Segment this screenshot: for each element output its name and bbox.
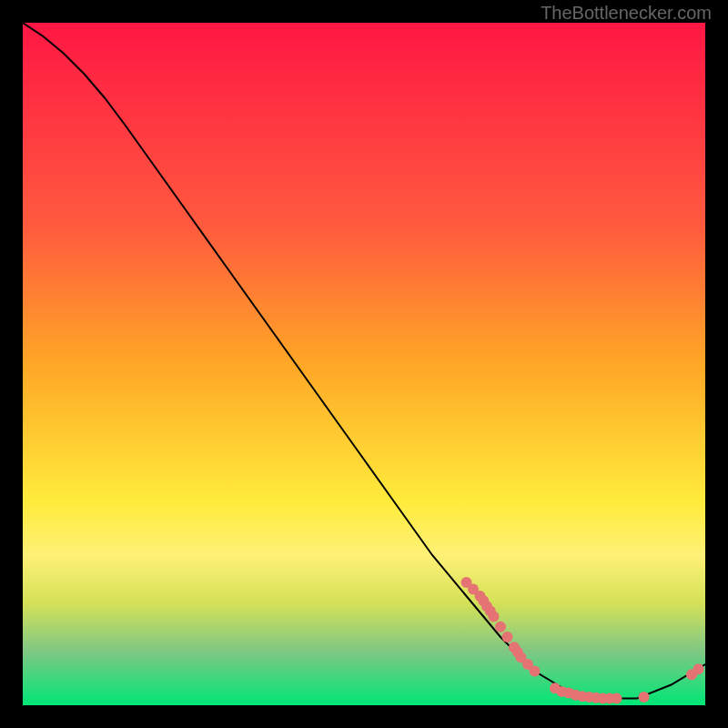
scatter-point — [495, 622, 506, 632]
scatter-point — [489, 612, 500, 622]
scatter-point — [639, 692, 650, 703]
chart-svg — [23, 23, 705, 705]
scatter-point — [530, 666, 541, 677]
chart-container — [23, 23, 705, 705]
scatter-point — [693, 663, 704, 674]
watermark-text: TheBottlenecker.com — [541, 3, 712, 24]
scatter-point — [612, 693, 622, 704]
scatter-point — [502, 632, 513, 642]
